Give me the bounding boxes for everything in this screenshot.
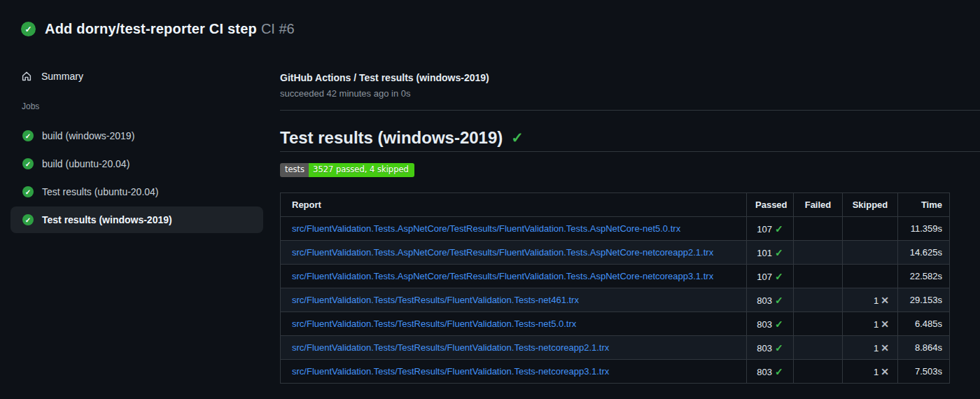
skipped-count: 1✕ — [843, 336, 898, 360]
home-icon — [21, 71, 32, 82]
table-row: src/FluentValidation.Tests/TestResults/F… — [281, 288, 950, 312]
time-value: 22.582s — [898, 265, 950, 288]
skipped-cross-icon: ✕ — [881, 342, 889, 354]
failed-count — [794, 336, 843, 360]
check-run-name: GitHub Actions / Test results (windows-2… — [280, 71, 980, 85]
checks-page: ✓ Add dorny/test-reporter CI stepCI #6 S… — [0, 0, 980, 399]
report-link[interactable]: src/FluentValidation.Tests.AspNetCore/Te… — [292, 271, 713, 281]
passed-count: 107 — [757, 272, 772, 282]
column-header-time: Time — [898, 193, 950, 217]
table-row: src/FluentValidation.Tests/TestResults/F… — [281, 360, 950, 384]
job-label: build (windows-2019) — [42, 130, 134, 141]
passed-check-icon: ✓ — [775, 366, 783, 377]
time-value: 7.503s — [898, 360, 950, 384]
heading-success-check-icon: ✓ — [511, 127, 524, 148]
passed-check-icon: ✓ — [775, 247, 783, 258]
time-value: 29.153s — [898, 288, 950, 312]
sidebar: Summary Jobs ✓ build (windows-2019) ✓ bu… — [0, 57, 280, 234]
skipped-count: 1✕ — [843, 288, 898, 312]
run-success-check-icon: ✓ — [21, 22, 36, 36]
test-results-table: Report Passed Failed Skipped Time src/Fl… — [280, 192, 950, 384]
skipped-cross-icon: ✕ — [881, 295, 889, 306]
time-value: 8.864s — [898, 336, 950, 360]
summary-label: Summary — [41, 71, 83, 82]
report-link[interactable]: src/FluentValidation.Tests.AspNetCore/Te… — [292, 247, 713, 258]
jobs-heading: Jobs — [22, 102, 263, 113]
passed-check-icon: ✓ — [775, 318, 783, 330]
table-row: src/FluentValidation.Tests.AspNetCore/Te… — [281, 217, 950, 241]
job-label: Test results (windows-2019) — [42, 214, 172, 225]
passed-count: 101 — [757, 248, 772, 258]
skipped-count: 1✕ — [843, 360, 898, 384]
tests-badge[interactable]: tests 3527 passed, 4 skipped — [280, 163, 414, 177]
passed-check-icon: ✓ — [775, 271, 783, 282]
badge-value: 3527 passed, 4 skipped — [309, 163, 414, 177]
sidebar-job-test-results-windows-2019[interactable]: ✓ Test results (windows-2019) — [10, 206, 263, 233]
table-row: src/FluentValidation.Tests.AspNetCore/Te… — [281, 265, 950, 288]
run-title: Add dorny/test-reporter CI step — [45, 21, 257, 36]
jobs-list: ✓ build (windows-2019) ✓ build (ubuntu-2… — [10, 122, 263, 233]
run-number: CI #6 — [261, 21, 295, 36]
time-value: 14.625s — [898, 241, 950, 265]
passed-check-icon: ✓ — [775, 295, 783, 306]
report-link[interactable]: src/FluentValidation.Tests.AspNetCore/Te… — [292, 223, 680, 234]
job-success-check-icon: ✓ — [22, 186, 34, 197]
job-label: build (ubuntu-20.04) — [42, 158, 130, 169]
report-link[interactable]: src/FluentValidation.Tests/TestResults/F… — [292, 366, 609, 377]
column-header-passed: Passed — [747, 193, 794, 217]
failed-count — [794, 241, 843, 265]
job-success-check-icon: ✓ — [22, 130, 34, 141]
section-heading-text: Test results (windows-2019) — [280, 127, 503, 148]
job-success-check-icon: ✓ — [22, 158, 34, 169]
table-row: src/FluentValidation.Tests/TestResults/F… — [281, 312, 950, 336]
failed-count — [794, 312, 843, 336]
report-link[interactable]: src/FluentValidation.Tests/TestResults/F… — [292, 295, 579, 305]
badge-label: tests — [280, 163, 309, 177]
job-label: Test results (ubuntu-20.04) — [42, 186, 159, 197]
column-header-report: Report — [281, 193, 747, 217]
failed-count — [794, 265, 843, 288]
passed-count: 803 — [757, 295, 772, 306]
report-link[interactable]: src/FluentValidation.Tests/TestResults/F… — [292, 342, 609, 353]
column-header-skipped: Skipped — [843, 193, 898, 217]
failed-count — [794, 360, 843, 384]
table-row: src/FluentValidation.Tests/TestResults/F… — [281, 336, 950, 360]
passed-count: 803 — [757, 343, 772, 354]
failed-count — [794, 288, 843, 312]
passed-count: 107 — [757, 224, 772, 234]
skipped-cross-icon: ✕ — [881, 366, 889, 377]
skipped-count — [843, 265, 898, 288]
sidebar-job-build-windows-2019[interactable]: ✓ build (windows-2019) — [10, 122, 263, 149]
main-content: GitHub Actions / Test results (windows-2… — [280, 57, 980, 384]
column-header-failed: Failed — [794, 193, 843, 217]
sidebar-job-test-results-ubuntu-2004[interactable]: ✓ Test results (ubuntu-20.04) — [10, 178, 263, 205]
sidebar-item-summary[interactable]: Summary — [10, 64, 263, 89]
divider — [280, 110, 980, 111]
job-success-check-icon: ✓ — [22, 214, 34, 225]
divider — [280, 151, 980, 152]
time-value: 11.359s — [898, 217, 950, 241]
skipped-count: 1✕ — [843, 312, 898, 336]
time-value: 6.485s — [898, 312, 950, 336]
failed-count — [794, 217, 843, 241]
section-heading: Test results (windows-2019) ✓ — [280, 127, 980, 148]
skipped-cross-icon: ✕ — [881, 318, 889, 330]
passed-count: 803 — [757, 319, 772, 330]
table-row: src/FluentValidation.Tests.AspNetCore/Te… — [281, 241, 950, 265]
passed-check-icon: ✓ — [775, 223, 783, 234]
report-link[interactable]: src/FluentValidation.Tests/TestResults/F… — [292, 318, 576, 329]
run-header: ✓ Add dorny/test-reporter CI stepCI #6 — [0, 0, 980, 57]
skipped-count — [843, 217, 898, 241]
check-run-status: succeeded 42 minutes ago in 0s — [280, 88, 980, 100]
skipped-count — [843, 241, 898, 265]
passed-count: 803 — [757, 367, 772, 377]
table-header-row: Report Passed Failed Skipped Time — [281, 193, 950, 217]
sidebar-job-build-ubuntu-2004[interactable]: ✓ build (ubuntu-20.04) — [10, 150, 263, 177]
passed-check-icon: ✓ — [775, 342, 783, 354]
